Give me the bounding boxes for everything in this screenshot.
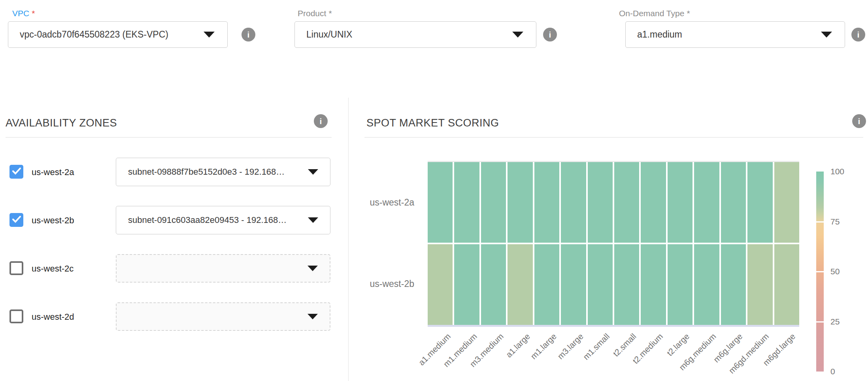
colorbar-tick-0: 0: [830, 367, 835, 376]
heatmap-cell-us-west-2b-m6gd.medium: [747, 244, 772, 325]
vpc-select-value: vpc-0adcb70f645508223 (EKS-VPC): [20, 29, 168, 40]
ondemand-type-field-label: On-Demand Type*: [619, 9, 690, 18]
colorbar-separator: [816, 221, 824, 223]
heatmap-cell-us-west-2b-m6g.large: [721, 244, 746, 325]
vpc-info-icon[interactable]: i: [242, 28, 255, 41]
zone-label-us-west-2b: us-west-2b: [32, 215, 74, 226]
colorbar-tick-100: 100: [830, 167, 844, 176]
heatmap-cell-us-west-2a-m1.small: [588, 162, 613, 243]
heatmap-cell-us-west-2b-m6g.medium: [694, 244, 719, 325]
heatmap-grid: [428, 162, 799, 325]
heatmap-cell-us-west-2a-a1.large: [508, 162, 532, 243]
az-row-us-west-2b: us-west-2b subnet-091c603aa82e09453 - 19…: [9, 206, 332, 234]
heatmap-cell-us-west-2a-m6gd.medium: [747, 162, 772, 243]
availability-zones-info-icon[interactable]: i: [314, 114, 328, 128]
vpc-label-text: VPC: [12, 9, 29, 18]
heatmap-cell-us-west-2a-m3.large: [561, 162, 586, 243]
az-row-us-west-2a: us-west-2a subnet-09888f7be5152d0e3 - 19…: [9, 158, 332, 186]
subnet-select-us-west-2b[interactable]: subnet-091c603aa82e09453 - 192.168…: [116, 206, 330, 234]
heatmap-cell-us-west-2b-t2.medium: [641, 244, 666, 325]
heatmap-cell-us-west-2b-m3.large: [561, 244, 586, 325]
spot-market-scoring-divider: [364, 137, 863, 138]
checkbox-us-west-2b[interactable]: [9, 213, 23, 227]
heatmap-y-label-us-west-2b: us-west-2b: [327, 279, 414, 289]
heatmap-cell-us-west-2b-m3.medium: [481, 244, 506, 325]
heatmap-cell-us-west-2b-t2.large: [668, 244, 693, 325]
availability-zones-title: AVAILABILITY ZONES: [6, 117, 117, 129]
spot-market-scoring-info-icon[interactable]: i: [852, 114, 866, 128]
chevron-down-icon: [308, 266, 318, 271]
product-field-label: Product*: [298, 9, 332, 18]
checkmark-icon: [12, 168, 21, 175]
chevron-down-icon: [308, 314, 318, 319]
checkbox-us-west-2c[interactable]: [9, 261, 23, 275]
heatmap-cell-us-west-2a-m1.medium: [454, 162, 479, 243]
vpc-select[interactable]: vpc-0adcb70f645508223 (EKS-VPC): [8, 21, 228, 48]
colorbar-separator: [816, 271, 824, 272]
product-required-asterisk: *: [328, 9, 332, 18]
ondemand-type-info-icon[interactable]: i: [851, 28, 865, 41]
checkbox-us-west-2a[interactable]: [9, 165, 23, 179]
product-select-value: Linux/UNIX: [306, 29, 352, 40]
spot-market-scoring-title: SPOT MARKET SCORING: [366, 117, 499, 129]
vpc-field-label: VPC*: [12, 9, 35, 18]
heatmap-cell-us-west-2a-t2.small: [614, 162, 639, 243]
product-select[interactable]: Linux/UNIX: [294, 21, 536, 48]
heatmap-cell-us-west-2a-m6g.large: [721, 162, 746, 243]
checkmark-icon: [12, 216, 21, 223]
heatmap-cell-us-west-2b-m1.small: [588, 244, 613, 325]
chevron-down-icon: [308, 169, 318, 175]
heatmap-cell-us-west-2b-a1.medium: [428, 244, 453, 325]
heatmap-x-label-m1.large: m1.large: [529, 332, 559, 361]
heatmap-cell-us-west-2a-t2.large: [668, 162, 693, 243]
heatmap-x-label-t2.large: t2.large: [665, 332, 691, 358]
heatmap-colorbar: [816, 172, 824, 372]
vpc-required-asterisk: *: [32, 9, 35, 18]
chevron-down-icon: [512, 32, 523, 38]
zone-label-us-west-2a: us-west-2a: [32, 167, 74, 177]
ondemand-type-select[interactable]: a1.medium: [625, 21, 845, 48]
ondemand-required-asterisk: *: [687, 9, 690, 18]
subnet-select-value: subnet-09888f7be5152d0e3 - 192.168…: [128, 167, 285, 177]
product-label-text: Product: [298, 9, 326, 18]
heatmap-cell-us-west-2a-m6g.medium: [694, 162, 719, 243]
chevron-down-icon: [821, 32, 832, 38]
heatmap-cell-us-west-2b-t2.small: [614, 244, 639, 325]
heatmap-cell-us-west-2a-a1.medium: [428, 162, 453, 243]
heatmap-cell-us-west-2a-t2.medium: [641, 162, 666, 243]
heatmap-cell-us-west-2a-m3.medium: [481, 162, 506, 243]
checkbox-us-west-2d[interactable]: [9, 309, 23, 323]
heatmap-x-label-m1.small: m1.small: [581, 332, 611, 362]
colorbar-tick-50: 50: [830, 267, 840, 276]
subnet-select-us-west-2a[interactable]: subnet-09888f7be5152d0e3 - 192.168…: [116, 158, 330, 186]
availability-zones-divider: [6, 137, 332, 138]
heatmap-cell-us-west-2b-m6gd.large: [774, 244, 799, 325]
ondemand-type-select-value: a1.medium: [637, 29, 682, 40]
heatmap-x-axis-labels: a1.mediumm1.mediumm3.mediuma1.largem1.la…: [428, 327, 799, 380]
panel-vertical-divider: [348, 98, 349, 381]
zone-label-us-west-2c: us-west-2c: [32, 264, 74, 274]
az-row-us-west-2d: us-west-2d: [9, 302, 332, 331]
heatmap-colorbar-ticks: 1007550250: [830, 172, 862, 372]
heatmap-cell-us-west-2b-m1.medium: [454, 244, 479, 325]
colorbar-tick-75: 75: [830, 217, 840, 226]
subnet-select-us-west-2d[interactable]: [116, 302, 330, 331]
heatmap-x-label-a1.large: a1.large: [504, 332, 532, 360]
colorbar-tick-25: 25: [830, 317, 840, 326]
product-info-icon[interactable]: i: [543, 28, 557, 41]
chevron-down-icon: [308, 217, 318, 223]
subnet-select-value: subnet-091c603aa82e09453 - 192.168…: [128, 215, 287, 225]
zone-label-us-west-2d: us-west-2d: [32, 312, 74, 322]
heatmap-cell-us-west-2a-m6gd.large: [774, 162, 799, 243]
heatmap-cell-us-west-2b-m1.large: [534, 244, 559, 325]
ondemand-type-label-text: On-Demand Type: [619, 9, 684, 18]
colorbar-separator: [816, 321, 824, 323]
spot-market-config-page: VPC* vpc-0adcb70f645508223 (EKS-VPC) i P…: [0, 0, 868, 381]
heatmap-y-label-us-west-2a: us-west-2a: [327, 197, 414, 208]
heatmap-cell-us-west-2b-a1.large: [508, 244, 532, 325]
heatmap-cell-us-west-2a-m1.large: [534, 162, 559, 243]
heatmap-x-label-m3.large: m3.large: [556, 332, 585, 361]
az-row-us-west-2c: us-west-2c: [9, 254, 332, 283]
heatmap-x-label-t2.small: t2.small: [611, 332, 638, 358]
subnet-select-us-west-2c[interactable]: [116, 254, 330, 283]
